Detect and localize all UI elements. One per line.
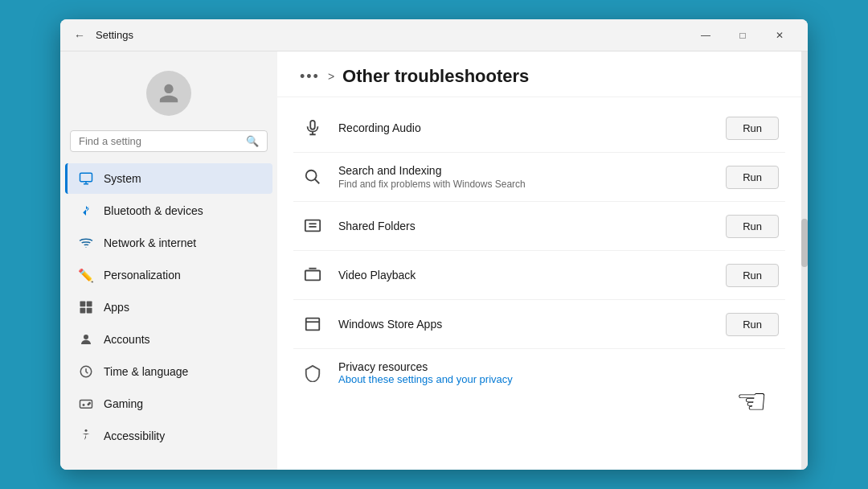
- search-icon: 🔍: [246, 135, 259, 147]
- sidebar-item-label: Time & language: [104, 365, 188, 378]
- svg-rect-15: [310, 121, 315, 129]
- sidebar-item-label: System: [104, 172, 141, 185]
- sidebar-item-system[interactable]: System: [65, 163, 272, 194]
- sidebar-item-label: Bluetooth & devices: [104, 204, 203, 217]
- main-header: ••• > Other troubleshooters: [277, 51, 801, 97]
- sidebar-item-accounts[interactable]: Accounts: [65, 324, 272, 355]
- run-video-playback-button[interactable]: Run: [726, 264, 779, 287]
- sidebar-item-label: Apps: [104, 301, 129, 314]
- sidebar: 🔍 System Bluetooth & devices: [60, 51, 277, 470]
- svg-point-14: [85, 429, 88, 432]
- run-shared-folders-button[interactable]: Run: [726, 215, 779, 238]
- close-button[interactable]: ✕: [761, 23, 798, 48]
- run-windows-store-button[interactable]: Run: [726, 313, 779, 336]
- svg-rect-0: [80, 173, 92, 182]
- settings-window: ← Settings — □ ✕ 🔍: [60, 19, 808, 470]
- table-row: Shared Folders Run: [293, 202, 785, 251]
- svg-rect-20: [305, 220, 320, 232]
- shared-folders-icon: [300, 213, 326, 239]
- avatar: [146, 71, 191, 116]
- sidebar-item-time[interactable]: Time & language: [65, 356, 272, 387]
- window-title: Settings: [96, 29, 133, 41]
- gaming-icon: [78, 396, 94, 412]
- ts-info: Video Playback: [338, 268, 713, 282]
- sidebar-item-personalization[interactable]: ✏️ Personalization: [65, 260, 272, 290]
- system-icon: [78, 171, 94, 187]
- troubleshooters-list: Recording Audio Run Search and Indexing …: [277, 97, 801, 470]
- minimize-button[interactable]: —: [687, 23, 724, 48]
- table-row: Video Playback Run: [293, 251, 785, 300]
- watermark: UGETFIX: [760, 456, 800, 465]
- sidebar-item-apps[interactable]: Apps: [65, 292, 272, 323]
- privacy-icon: [300, 360, 326, 386]
- sidebar-item-accessibility[interactable]: Accessibility: [65, 421, 272, 451]
- content-area: 🔍 System Bluetooth & devices: [60, 51, 808, 470]
- recording-audio-icon: [300, 115, 326, 141]
- video-playback-icon: [300, 262, 326, 288]
- svg-rect-25: [306, 318, 320, 331]
- ts-name: Video Playback: [338, 269, 416, 281]
- svg-rect-4: [87, 302, 92, 307]
- breadcrumb-arrow: >: [328, 70, 334, 83]
- ts-desc: Find and fix problems with Windows Searc…: [338, 179, 713, 190]
- sidebar-item-bluetooth[interactable]: Bluetooth & devices: [65, 195, 272, 226]
- sidebar-item-network[interactable]: Network & internet: [65, 228, 272, 258]
- privacy-title: Privacy resources: [338, 360, 513, 373]
- search-input[interactable]: [79, 135, 241, 147]
- ts-info: Recording Audio: [338, 121, 713, 135]
- time-icon: [78, 364, 94, 380]
- run-recording-audio-button[interactable]: Run: [726, 117, 779, 140]
- svg-rect-6: [87, 308, 92, 314]
- svg-rect-3: [80, 302, 86, 307]
- search-box[interactable]: 🔍: [70, 130, 268, 152]
- page-title: Other troubleshooters: [342, 66, 529, 87]
- privacy-row: Privacy resources About these settings a…: [293, 349, 785, 397]
- ts-info: Search and Indexing Find and fix problem…: [338, 164, 713, 190]
- table-row: Search and Indexing Find and fix problem…: [293, 153, 785, 202]
- ts-name: Search and Indexing: [338, 164, 713, 177]
- sidebar-item-label: Personalization: [104, 269, 181, 281]
- accounts-icon: [78, 331, 94, 347]
- apps-icon: [78, 299, 94, 315]
- svg-rect-23: [305, 271, 320, 281]
- scrollbar[interactable]: [801, 51, 808, 470]
- windows-store-icon: [300, 311, 326, 337]
- privacy-info: Privacy resources About these settings a…: [338, 360, 513, 385]
- main-panel: ••• > Other troubleshooters Recording Au…: [277, 51, 801, 470]
- sidebar-item-label: Accessibility: [104, 429, 165, 442]
- maximize-button[interactable]: □: [724, 23, 761, 48]
- sidebar-item-label: Network & internet: [104, 236, 196, 249]
- window-controls: — □ ✕: [687, 23, 798, 48]
- ts-info: Windows Store Apps: [338, 317, 713, 331]
- titlebar: ← Settings — □ ✕: [60, 19, 808, 51]
- svg-point-13: [89, 403, 91, 405]
- svg-rect-5: [80, 308, 86, 314]
- accessibility-icon: [78, 428, 94, 444]
- sidebar-item-label: Gaming: [104, 397, 143, 410]
- svg-point-18: [306, 171, 317, 181]
- personalization-icon: ✏️: [78, 267, 94, 283]
- svg-point-7: [84, 335, 88, 339]
- bluetooth-icon: [78, 203, 94, 219]
- svg-line-19: [315, 179, 320, 184]
- ts-name: Recording Audio: [338, 121, 421, 134]
- breadcrumb-dots: •••: [300, 68, 320, 85]
- sidebar-item-label: Accounts: [104, 333, 150, 346]
- search-indexing-icon: [300, 164, 326, 190]
- ts-info: Shared Folders: [338, 219, 713, 233]
- sidebar-item-gaming[interactable]: Gaming: [65, 388, 272, 419]
- table-row: Recording Audio Run: [293, 104, 785, 153]
- table-row: Windows Store Apps Run: [293, 300, 785, 349]
- network-icon: [78, 235, 94, 251]
- ts-name: Windows Store Apps: [338, 318, 442, 331]
- run-search-indexing-button[interactable]: Run: [726, 166, 779, 189]
- privacy-link[interactable]: About these settings and your privacy: [338, 373, 513, 385]
- back-button[interactable]: ←: [70, 26, 89, 45]
- ts-name: Shared Folders: [338, 220, 416, 232]
